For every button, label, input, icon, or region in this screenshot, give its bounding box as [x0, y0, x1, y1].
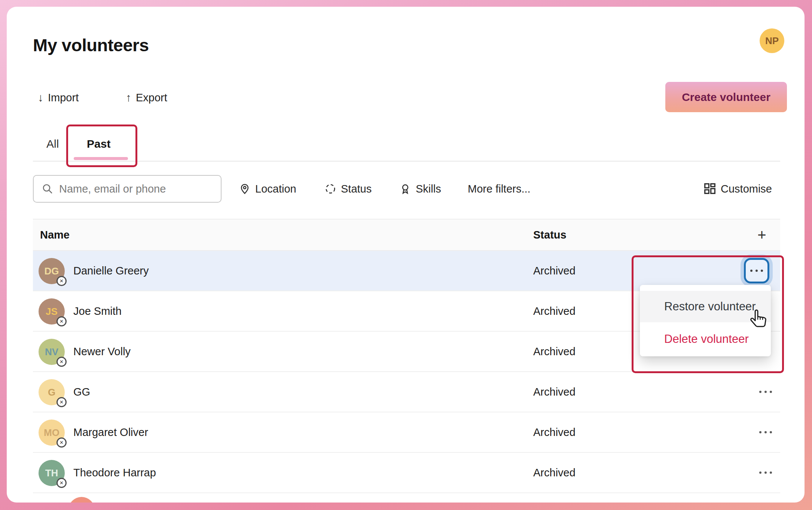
volunteer-name: Danielle Greery	[73, 265, 149, 277]
dot	[750, 270, 753, 272]
archived-x-badge: ✕	[57, 316, 67, 326]
upload-arrow-icon: ↑	[126, 91, 131, 104]
volunteer-name: Margaret Oliver	[73, 426, 148, 439]
export-button[interactable]: ↑ Export	[126, 91, 167, 104]
search-box[interactable]	[33, 175, 222, 203]
volunteer-name: Newer Volly	[73, 345, 131, 358]
tab-past[interactable]: Past	[87, 138, 110, 150]
table-header-row: Name Status +	[33, 219, 780, 251]
menu-item-delete-volunteer[interactable]: Delete volunteer	[640, 325, 771, 354]
volunteer-status: Archived	[533, 467, 576, 479]
filter-more-label: More filters...	[468, 183, 531, 195]
customise-label: Customise	[721, 183, 772, 195]
filter-status-label: Status	[341, 183, 372, 195]
avatar-wrap: DG ✕	[39, 258, 65, 284]
archived-x-badge: ✕	[57, 478, 67, 488]
volunteer-status: Archived	[533, 345, 576, 358]
dot	[761, 270, 763, 272]
volunteer-status: Archived	[533, 386, 576, 398]
search-icon	[42, 183, 53, 194]
page: { "page": { "title": "My volunteers", "a…	[0, 0, 812, 510]
avatar-wrap: NV ✕	[39, 339, 65, 365]
dot	[755, 270, 758, 272]
avatar-wrap: MO ✕	[39, 420, 65, 446]
tab-bar-divider	[33, 161, 780, 162]
archived-x-badge: ✕	[57, 276, 67, 286]
filter-status[interactable]: Status	[325, 175, 372, 203]
volunteers-table: Name Status + DG ✕ Danielle Greery Archi…	[33, 219, 780, 503]
import-button[interactable]: ↓ Import	[38, 91, 79, 104]
table-row[interactable]: G ✕ GG Archived	[33, 372, 780, 412]
volunteer-name: GG	[73, 386, 90, 398]
volunteer-name: Joe Smith	[73, 305, 122, 317]
filter-skills-label: Skills	[416, 183, 441, 195]
table-row[interactable]: MO ✕ Margaret Oliver Archived	[33, 412, 780, 453]
row-context-menu: Restore volunteer Delete volunteer	[640, 285, 771, 356]
filter-location[interactable]: Location	[239, 175, 296, 203]
column-header-name: Name	[40, 229, 70, 241]
archived-x-badge: ✕	[57, 437, 67, 448]
user-avatar[interactable]: NP	[760, 28, 784, 53]
avatar	[68, 497, 95, 503]
create-volunteer-button[interactable]: Create volunteer	[665, 82, 787, 112]
row-actions-button-focused[interactable]	[744, 258, 769, 283]
row-actions-button[interactable]	[757, 391, 774, 393]
add-column-button[interactable]: +	[751, 227, 773, 243]
volunteer-name: Theodore Harrap	[73, 467, 156, 479]
filter-skills[interactable]: Skills	[400, 175, 441, 203]
location-pin-icon	[239, 183, 250, 194]
filter-more[interactable]: More filters...	[468, 175, 531, 203]
row-actions-button[interactable]	[757, 431, 774, 433]
search-input[interactable]	[58, 182, 217, 196]
column-header-status: Status	[533, 229, 567, 241]
avatar-wrap: TH ✕	[39, 460, 65, 486]
download-arrow-icon: ↓	[38, 91, 43, 104]
active-tab-underline	[74, 157, 128, 160]
avatar-wrap: G ✕	[39, 379, 65, 405]
customise-grid-icon	[704, 183, 716, 195]
menu-item-restore-volunteer[interactable]: Restore volunteer	[640, 291, 771, 322]
skills-badge-icon	[400, 183, 411, 194]
volunteer-status: Archived	[533, 265, 576, 277]
filter-location-label: Location	[255, 183, 296, 195]
customise-button[interactable]: Customise	[704, 175, 772, 203]
partial-next-row	[33, 493, 780, 503]
row-actions-button[interactable]	[757, 471, 774, 474]
avatar-wrap: JS ✕	[39, 298, 65, 325]
main-card: My volunteers NP ↓ Import ↑ Export Creat…	[7, 7, 805, 503]
export-label: Export	[136, 92, 167, 104]
user-avatar-initials: NP	[765, 35, 779, 47]
import-label: Import	[48, 92, 79, 104]
volunteer-status: Archived	[533, 305, 576, 317]
table-row[interactable]: TH ✕ Theodore Harrap Archived	[33, 453, 780, 493]
page-title: My volunteers	[33, 35, 149, 55]
tab-all[interactable]: All	[46, 138, 59, 150]
status-circle-icon	[325, 183, 336, 194]
archived-x-badge: ✕	[57, 397, 67, 407]
archived-x-badge: ✕	[57, 357, 67, 367]
volunteer-status: Archived	[533, 426, 576, 439]
